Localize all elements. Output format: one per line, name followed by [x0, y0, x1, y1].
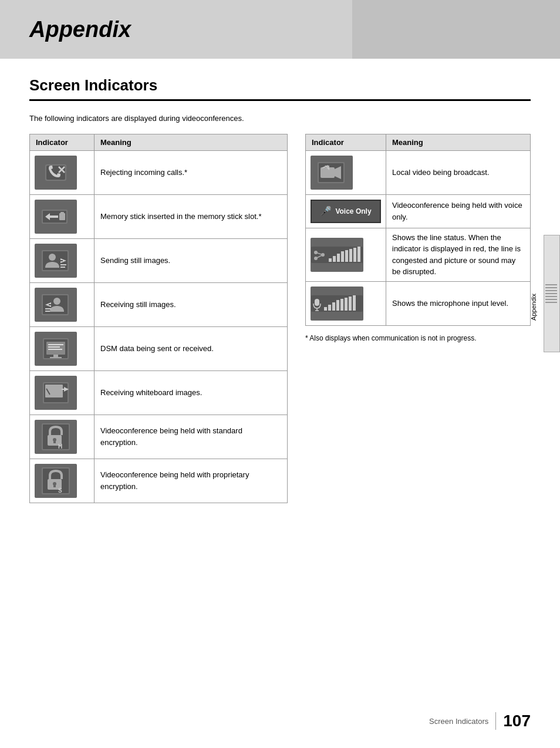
- standard-encrypt-icon: H: [35, 420, 77, 454]
- svg-rect-60: [337, 254, 340, 262]
- svg-point-11: [49, 254, 56, 261]
- intro-text: The following indicators are displayed d…: [29, 113, 531, 124]
- svg-rect-74: [340, 299, 343, 311]
- meaning-cell: Videoconference being held with voice on…: [386, 194, 531, 228]
- meaning-cell: Videoconference being held with propriet…: [95, 459, 288, 503]
- side-tab: Appendix: [544, 235, 560, 352]
- svg-rect-48: [321, 167, 335, 178]
- footer-label: Screen Indicators: [429, 717, 488, 726]
- reject-calls-icon: [35, 156, 77, 190]
- table-row: Shows the line status. When the indicato…: [306, 228, 531, 281]
- svg-rect-77: [353, 295, 356, 311]
- svg-rect-27: [48, 346, 60, 348]
- right-table: Indicator Meaning: [305, 134, 531, 326]
- svg-rect-23: [46, 342, 65, 355]
- main-content: Screen Indicators The following indicato…: [0, 59, 560, 533]
- meaning-cell: Memory stick inserted in the memory stic…: [95, 194, 288, 238]
- svg-rect-58: [329, 258, 332, 262]
- meaning-cell: Rejecting incoming calls.*: [95, 150, 288, 194]
- page-number: 107: [503, 712, 531, 730]
- meaning-cell: DSM data being sent or received.: [95, 326, 288, 370]
- side-tab-label: Appendix: [530, 294, 537, 321]
- memory-stick-icon: [35, 200, 77, 234]
- two-column-layout: Indicator Meaning: [29, 134, 531, 503]
- proprietary-encrypt-icon: S: [35, 464, 77, 498]
- mic-level-icon: [311, 287, 363, 321]
- icon-cell: [30, 238, 95, 282]
- svg-rect-65: [357, 247, 360, 262]
- svg-rect-70: [324, 307, 327, 311]
- table-row: Shows the microphone input level.: [306, 281, 531, 325]
- svg-rect-7: [59, 213, 65, 220]
- whiteboard-icon: [35, 376, 77, 410]
- svg-rect-8: [60, 212, 64, 214]
- header-left: Appendix: [0, 0, 352, 59]
- icon-cell: [306, 228, 386, 281]
- table-row: Sending still images.: [30, 238, 288, 282]
- icon-cell: [306, 281, 386, 325]
- header-banner: Appendix: [0, 0, 560, 59]
- send-still-icon: [35, 244, 77, 278]
- left-column: Indicator Meaning: [29, 134, 288, 503]
- icon-cell: [30, 326, 95, 370]
- section-title: Screen Indicators: [29, 76, 531, 101]
- left-table: Indicator Meaning: [29, 134, 288, 503]
- page-footer: Screen Indicators 107: [429, 712, 531, 730]
- meaning-cell: Shows the line status. When the indicato…: [386, 228, 531, 281]
- right-col2-header: Meaning: [386, 134, 531, 150]
- header-right: [352, 0, 560, 59]
- icon-cell: [30, 150, 95, 194]
- dsm-icon: [35, 332, 77, 366]
- svg-rect-72: [332, 302, 335, 311]
- local-video-icon: [311, 156, 353, 190]
- table-row: Rejecting incoming calls.*: [30, 150, 288, 194]
- svg-rect-71: [328, 305, 331, 311]
- svg-rect-38: [53, 440, 56, 443]
- icon-cell: [30, 370, 95, 415]
- svg-rect-59: [333, 256, 336, 262]
- icon-cell: [306, 150, 386, 194]
- svg-rect-73: [336, 300, 339, 311]
- svg-point-17: [53, 298, 60, 305]
- svg-rect-44: [53, 484, 56, 487]
- meaning-cell: Local video being broadcast.: [386, 150, 531, 194]
- microphone-icon: 🎤: [320, 204, 332, 218]
- svg-rect-20: [45, 311, 50, 312]
- svg-rect-14: [60, 267, 65, 268]
- table-row: Receiving still images.: [30, 282, 288, 326]
- svg-rect-63: [349, 249, 352, 262]
- meaning-cell: Videoconference being held with standard…: [95, 415, 288, 459]
- svg-rect-19: [45, 308, 51, 309]
- svg-rect-62: [345, 250, 348, 262]
- svg-rect-76: [349, 296, 352, 311]
- table-row: DSM data being sent or received.: [30, 326, 288, 370]
- icon-cell: S: [30, 459, 95, 503]
- icon-cell: 🎤 Voice Only: [306, 194, 386, 228]
- meaning-cell: Shows the microphone input level.: [386, 281, 531, 325]
- svg-rect-13: [60, 264, 66, 265]
- svg-rect-25: [50, 357, 62, 358]
- voice-only-indicator: 🎤 Voice Only: [311, 200, 381, 223]
- svg-text:H: H: [58, 443, 62, 450]
- table-row: Local video being broadcast.: [306, 150, 531, 194]
- svg-rect-28: [48, 349, 62, 350]
- meaning-cell: Sending still images.: [95, 238, 288, 282]
- appendix-title: Appendix: [29, 17, 131, 42]
- table-row: Receiving whiteboard images.: [30, 370, 288, 415]
- table-row: Memory stick inserted in the memory stic…: [30, 194, 288, 238]
- left-col1-header: Indicator: [30, 134, 95, 150]
- svg-rect-26: [48, 344, 63, 345]
- left-col2-header: Meaning: [95, 134, 288, 150]
- line-status-icon: [311, 238, 363, 272]
- svg-rect-24: [53, 355, 58, 357]
- icon-cell: [30, 282, 95, 326]
- right-column: Indicator Meaning: [305, 134, 531, 342]
- table-row: S Videoconference being held with propri…: [30, 459, 288, 503]
- table-row: 🎤 Voice Only Videoconference being held …: [306, 194, 531, 228]
- meaning-cell: Receiving whiteboard images.: [95, 370, 288, 415]
- right-col1-header: Indicator: [306, 134, 386, 150]
- voice-only-label: Voice Only: [335, 206, 371, 217]
- icon-cell: [30, 194, 95, 238]
- svg-rect-64: [353, 248, 356, 262]
- table-row: H Videoconference being held with standa…: [30, 415, 288, 459]
